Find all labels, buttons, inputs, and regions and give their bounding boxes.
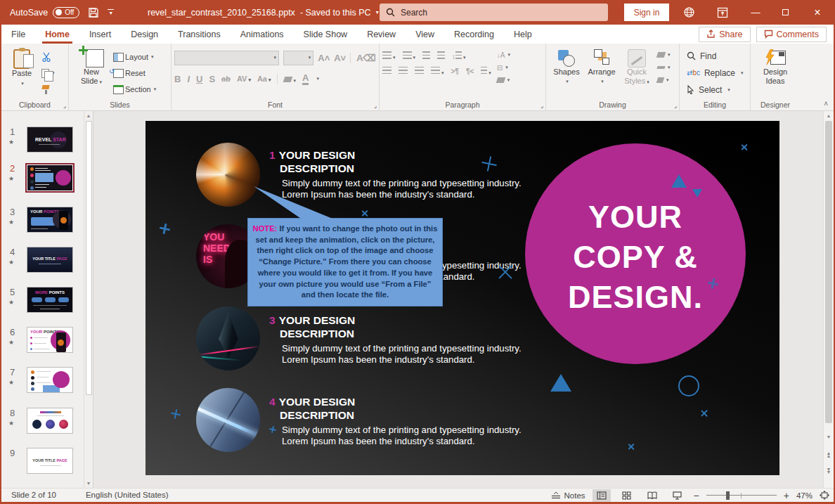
drawing-dialog-launcher[interactable]: ⌟ <box>674 102 677 109</box>
slide-thumbnail-7[interactable] <box>27 367 73 393</box>
item-3-body[interactable]: Simply dummy text of the printing and ty… <box>282 343 528 366</box>
text-highlight-button[interactable]: ▾ <box>284 72 296 85</box>
zoom-slider[interactable] <box>706 495 777 496</box>
paragraph-dialog-launcher[interactable]: ⌟ <box>541 102 543 109</box>
sign-in-button[interactable]: Sign in <box>624 4 669 21</box>
shape-fill-button[interactable]: ▾ <box>657 50 673 60</box>
tab-help[interactable]: Help <box>504 25 542 44</box>
item-1-body[interactable]: Simply dummy text of the printing and ty… <box>282 178 528 200</box>
item-3-heading[interactable]: 3YOUR DESIGNDESCRIPTION <box>269 314 355 340</box>
normal-view-button[interactable] <box>593 489 611 502</box>
photo-crystal[interactable] <box>196 306 260 370</box>
photo-tunnel[interactable] <box>196 388 260 452</box>
slideshow-view-button[interactable] <box>668 489 687 502</box>
underline-button[interactable]: U <box>196 74 202 84</box>
cut-button[interactable] <box>39 51 57 63</box>
numbering-button[interactable]: ▾ <box>403 49 416 62</box>
autosave-toggle[interactable]: AutoSave Off <box>10 7 79 18</box>
line-spacing-button[interactable]: ↕▾ <box>452 49 466 62</box>
slide-thumbnail-1[interactable]: REVEL STAR <box>27 127 73 153</box>
slide-thumbnail-4[interactable]: YOUR TITLE PAGE <box>27 247 73 273</box>
zoom-out-button[interactable]: − <box>694 490 699 501</box>
align-text-button[interactable]: ⊟▾ <box>497 63 512 72</box>
zoom-level[interactable]: 47% <box>796 491 813 500</box>
note-callout[interactable]: NOTE: If you want to change the photo ou… <box>247 218 443 306</box>
slide-canvas[interactable]: 1YOUR DESIGNDESCRIPTION Simply dummy tex… <box>145 121 779 475</box>
share-button[interactable]: Share <box>699 27 750 42</box>
tab-slide-show[interactable]: Slide Show <box>294 25 358 44</box>
notes-button[interactable]: Notes <box>551 491 585 500</box>
photo-swirl[interactable] <box>196 143 260 207</box>
character-spacing-button[interactable]: AV▾ <box>237 75 251 83</box>
bold-button[interactable]: B <box>174 74 181 84</box>
tab-review[interactable]: Review <box>357 25 406 44</box>
strikethrough-button[interactable]: ab <box>221 75 231 83</box>
tab-view[interactable]: View <box>406 25 444 44</box>
scroll-up-icon[interactable]: ▲ <box>84 113 93 118</box>
find-button[interactable]: Find <box>682 48 747 64</box>
fit-slide-to-window-button[interactable] <box>820 491 829 500</box>
align-center-button[interactable] <box>399 65 408 77</box>
scroll-up-icon[interactable]: ▲ <box>824 113 834 118</box>
change-case-button[interactable]: Aa▾ <box>257 75 271 83</box>
reading-view-button[interactable] <box>643 489 661 502</box>
rtl-direction-button[interactable]: ¶< <box>466 67 474 75</box>
increase-indent-button[interactable] <box>437 49 445 62</box>
ltr-direction-button[interactable]: >¶ <box>451 67 459 75</box>
language-indicator[interactable]: English (United States) <box>86 491 169 499</box>
quick-styles-button[interactable]: QuickStyles▾ <box>619 46 654 98</box>
slide-thumbnail-6[interactable]: YOUR POINTS <box>27 327 73 353</box>
columns-button[interactable]: ▾ <box>481 65 491 77</box>
tab-design[interactable]: Design <box>121 25 168 44</box>
shape-outline-button[interactable]: ▾ <box>657 63 673 72</box>
tab-transitions[interactable]: Transitions <box>168 25 231 44</box>
shapes-button[interactable]: Shapes▾ <box>549 46 584 98</box>
tab-insert[interactable]: Insert <box>79 25 121 44</box>
increase-font-size-button[interactable]: A˄ <box>318 53 330 63</box>
copy-button[interactable]: ▾ <box>39 67 57 79</box>
slide-thumbnail-8[interactable] <box>27 408 73 434</box>
close-button[interactable]: × <box>805 0 829 25</box>
save-icon[interactable] <box>88 7 99 18</box>
item-4-heading[interactable]: 4YOUR DESIGNDESCRIPTION <box>269 395 355 422</box>
comments-button[interactable]: Comments <box>756 27 827 42</box>
previous-slide-button[interactable]: ▲▲ <box>824 452 834 458</box>
copy-design-circle[interactable]: YOUR COPY & DESIGN. <box>525 143 746 364</box>
search-input[interactable] <box>401 8 576 18</box>
tab-file[interactable]: File <box>1 25 35 44</box>
text-direction-button[interactable]: ↓A▾ <box>497 50 512 60</box>
tab-animations[interactable]: Animations <box>231 25 294 44</box>
convert-smartart-button[interactable]: ▾ <box>497 75 512 85</box>
new-slide-button[interactable]: NewSlide▾ <box>72 46 111 98</box>
zoom-slider-thumb[interactable] <box>726 491 730 500</box>
globe-icon[interactable] <box>678 0 699 25</box>
slide-thumbnail-9[interactable]: YOUR TITLE PAGE <box>27 448 73 474</box>
layout-button[interactable]: Layout▾ <box>111 51 158 63</box>
align-right-button[interactable] <box>415 65 424 77</box>
reset-button[interactable]: Reset <box>111 67 158 79</box>
scroll-down-icon[interactable]: ▼ <box>824 434 834 439</box>
section-button[interactable]: Section▾ <box>111 83 158 96</box>
scrollbar-thumb[interactable] <box>825 121 832 423</box>
italic-button[interactable]: I <box>187 74 190 84</box>
decrease-font-size-button[interactable]: A˅ <box>334 53 346 63</box>
bullets-button[interactable]: ▾ <box>382 49 396 62</box>
thumbnail-scrollbar[interactable]: ▲ ▼ <box>84 111 93 488</box>
align-left-button[interactable] <box>382 65 391 77</box>
text-shadow-button[interactable]: S <box>209 74 215 84</box>
scrollbar-thumb[interactable] <box>86 121 92 395</box>
slide-thumbnail-2[interactable] <box>25 163 75 193</box>
replace-button[interactable]: ⇄bcReplace▾ <box>682 65 747 81</box>
clipboard-dialog-launcher[interactable]: ⌟ <box>63 102 66 109</box>
search-box[interactable] <box>380 4 608 21</box>
slide-indicator[interactable]: Slide 2 of 10 <box>11 491 56 499</box>
font-name-combo[interactable]: ▾ <box>174 51 279 65</box>
decrease-indent-button[interactable] <box>422 49 430 62</box>
ribbon-display-options-icon[interactable] <box>712 0 733 25</box>
quick-access-toolbar-menu-icon[interactable]: ▾ <box>108 9 114 16</box>
justify-button[interactable]: ▾ <box>431 65 444 77</box>
autosave-switch[interactable]: Off <box>53 7 79 18</box>
collapse-ribbon-icon[interactable]: ˄ <box>824 100 828 108</box>
editor-scrollbar[interactable]: ▲ ▼ ▲▲ ▼▼ <box>823 111 834 488</box>
select-button[interactable]: Select▾ <box>682 82 747 98</box>
